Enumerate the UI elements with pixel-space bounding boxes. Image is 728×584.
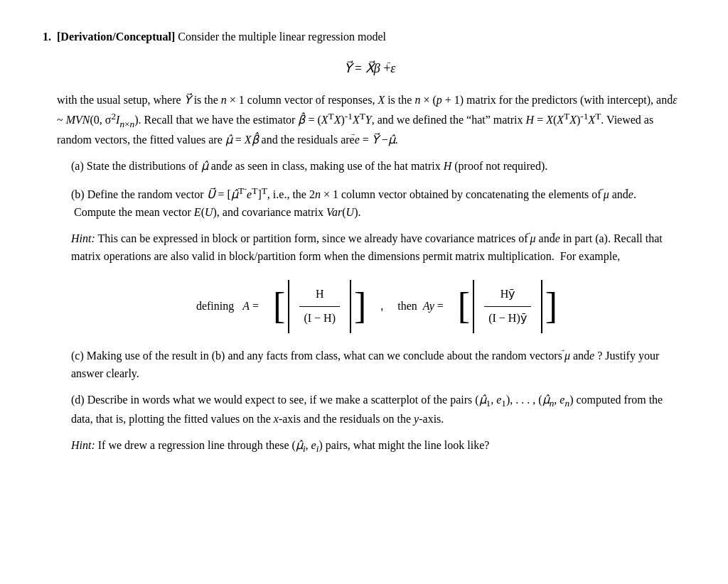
- matrix-Ay-cells: Hȳ (I − H)ȳ: [473, 280, 542, 333]
- matrix-A-bottom: (I − H): [299, 308, 340, 329]
- matrix-A-top: H: [311, 284, 328, 305]
- matrix-Ay-divider: [484, 306, 531, 307]
- matrix-A: [ H (I − H) ]: [273, 280, 366, 333]
- matrix-Ay-top: Hȳ: [496, 284, 520, 305]
- matrix-Ay-bottom: (I − H)ȳ: [484, 308, 531, 329]
- bracket-right-A: ]: [354, 290, 366, 323]
- bracket-left-A: [: [273, 290, 285, 323]
- hint2-label: Hint:: [71, 439, 95, 451]
- matrix-Ay: [ Hȳ (I − H)ȳ ]: [458, 280, 557, 333]
- setup-paragraph: with the usual setup, where Y⃗ is the n …: [57, 92, 682, 149]
- problem-type-label: [Derivation/Conceptual]: [57, 31, 175, 43]
- part-b-text: (b) Define the random vector U⃗ = [μ̂T ⃗…: [71, 184, 682, 222]
- hint-1: Hint: This can be expressed in block or …: [71, 230, 682, 333]
- problem-body: [Derivation/Conceptual] Consider the mul…: [57, 28, 682, 465]
- part-a: (a) State the distributions of μ̂ and⃗e …: [71, 158, 682, 175]
- problem-number: 1.: [43, 28, 51, 46]
- part-d: (d) Describe in words what we would expe…: [71, 391, 682, 429]
- defining-text: defining A =: [196, 298, 259, 315]
- hint-2: Hint: If we drew a regression line throu…: [71, 437, 682, 457]
- hint2-text: Hint: If we drew a regression line throu…: [71, 437, 682, 457]
- comma-separator: ,: [380, 298, 383, 315]
- bracket-right-Ay: ]: [545, 290, 557, 323]
- part-a-text: (a) State the distributions of μ̂ and⃗e …: [71, 158, 682, 175]
- hint1-text: Hint: This can be expressed in block or …: [71, 230, 682, 266]
- problem-header: 1. [Derivation/Conceptual] Consider the …: [43, 28, 682, 465]
- matrix-A-cells: H (I − H): [288, 280, 351, 333]
- part-b: (b) Define the random vector U⃗ = [μ̂T ⃗…: [71, 184, 682, 222]
- bracket-left-Ay: [: [458, 290, 470, 323]
- hint1-label: Hint:: [71, 232, 95, 244]
- problem-intro: [Derivation/Conceptual] Consider the mul…: [57, 28, 682, 46]
- then-text: then Ay =: [397, 298, 444, 315]
- main-content: 1. [Derivation/Conceptual] Consider the …: [43, 28, 682, 465]
- matrix-example-row: defining A = [ H (I − H) ] , then Ay =: [71, 280, 682, 333]
- main-equation: Y⃗ = X⃗β +⃗ε: [57, 59, 682, 79]
- part-c-text: (c) Making use of the result in (b) and …: [71, 347, 682, 383]
- part-d-text: (d) Describe in words what we would expe…: [71, 391, 682, 429]
- equation-display: Y⃗ = X⃗β +⃗ε: [344, 61, 396, 75]
- matrix-A-divider: [299, 306, 340, 307]
- intro-text: Consider the multiple linear regression …: [178, 31, 386, 43]
- part-c: (c) Making use of the result in (b) and …: [71, 347, 682, 383]
